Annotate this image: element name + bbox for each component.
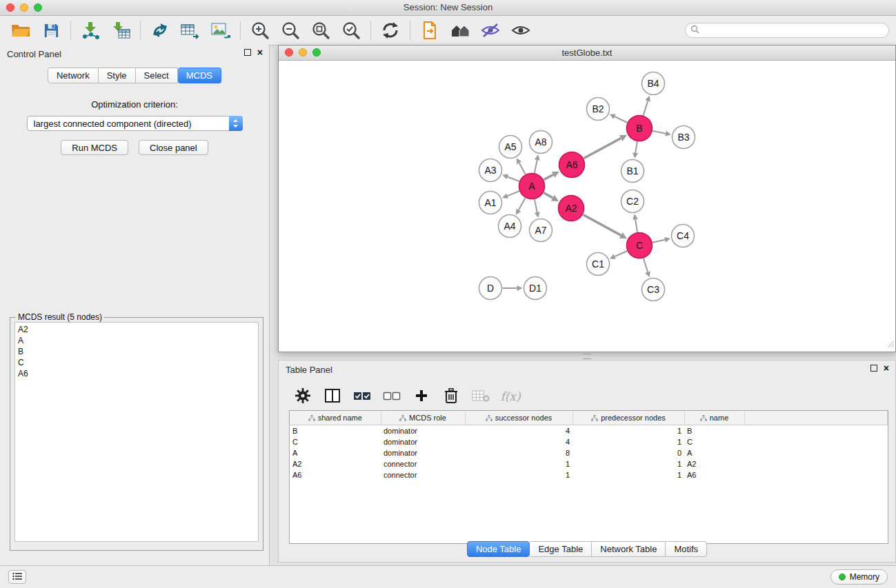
- graph-edge-A-A4[interactable]: [519, 198, 526, 210]
- table-row[interactable]: A6connector11A6: [290, 469, 888, 480]
- table-cell[interactable]: 1: [465, 469, 573, 480]
- save-session-button[interactable]: [36, 18, 66, 43]
- graph-edge-B-B4[interactable]: [644, 101, 648, 115]
- tab-motifs[interactable]: Motifs: [666, 541, 707, 557]
- tab-edge-table[interactable]: Edge Table: [530, 541, 592, 557]
- zoom-selected-button[interactable]: [336, 18, 366, 43]
- splitter-handle[interactable]: [583, 354, 591, 359]
- graph-node-A5[interactable]: A5: [499, 136, 522, 159]
- graph-node-B4[interactable]: B4: [642, 72, 665, 95]
- graph-edge-A-A6[interactable]: [544, 174, 553, 179]
- table-cell[interactable]: dominator: [381, 436, 465, 447]
- search-box[interactable]: [685, 23, 889, 38]
- mcds-result-item[interactable]: A2: [15, 324, 258, 335]
- float-panel-icon[interactable]: [244, 49, 251, 56]
- table-settings-button[interactable]: [292, 386, 313, 407]
- mcds-result-item[interactable]: A: [15, 335, 258, 346]
- resize-grip-icon[interactable]: [887, 338, 895, 351]
- delete-table-button[interactable]: [470, 386, 491, 407]
- mcds-result-list[interactable]: A2ABCA6: [14, 322, 259, 542]
- search-input[interactable]: [702, 25, 888, 36]
- table-cell[interactable]: connector: [381, 469, 465, 480]
- home-button[interactable]: [445, 18, 475, 43]
- table-cell[interactable]: A2: [290, 458, 381, 469]
- graph-node-B2[interactable]: B2: [587, 98, 610, 121]
- graph-edge-A-A7[interactable]: [535, 199, 537, 212]
- graph-edge-A-A8[interactable]: [535, 160, 537, 173]
- import-network-button[interactable]: [75, 18, 106, 43]
- report-button[interactable]: [415, 18, 445, 43]
- table-cell[interactable]: 1: [573, 458, 684, 469]
- refresh-button[interactable]: [375, 18, 406, 43]
- table-cell[interactable]: B: [290, 425, 381, 437]
- export-image-button[interactable]: [206, 18, 236, 43]
- graph-node-D1[interactable]: D1: [524, 277, 547, 300]
- network-window-titlebar[interactable]: testGlobe.txt: [279, 45, 895, 61]
- table-cell[interactable]: 0: [573, 447, 684, 458]
- zoom-in-button[interactable]: [245, 18, 275, 43]
- table-cell[interactable]: A: [290, 447, 381, 458]
- table-cell[interactable]: dominator: [381, 447, 465, 458]
- graph-edge-C-C3[interactable]: [644, 258, 648, 272]
- graph-edge-B-B3[interactable]: [653, 131, 666, 134]
- table-row[interactable]: Cdominator41C: [290, 436, 888, 447]
- graph-edge-C-C2[interactable]: [635, 219, 637, 232]
- graph-edge-A-A5[interactable]: [519, 163, 526, 174]
- graph-node-C1[interactable]: C1: [587, 253, 610, 276]
- tab-node-table[interactable]: Node Table: [467, 541, 530, 557]
- table-cell[interactable]: 1: [573, 425, 684, 437]
- minimize-window-button[interactable]: [20, 3, 28, 12]
- close-panel-icon[interactable]: ×: [257, 49, 263, 56]
- table-cell[interactable]: A6: [684, 469, 744, 480]
- tab-style[interactable]: Style: [99, 68, 136, 83]
- float-panel-icon[interactable]: [870, 365, 877, 372]
- table-row[interactable]: Bdominator41B: [290, 425, 888, 437]
- graph-edge-A-A3[interactable]: [508, 176, 519, 181]
- graph-node-C3[interactable]: C3: [642, 278, 665, 301]
- memory-button[interactable]: Memory: [830, 569, 888, 585]
- table-cell[interactable]: dominator: [381, 425, 465, 437]
- table-cell[interactable]: A6: [290, 469, 381, 480]
- mcds-result-item[interactable]: C: [15, 357, 258, 368]
- graph-edge-A-A2[interactable]: [544, 193, 552, 199]
- tab-select[interactable]: Select: [136, 68, 178, 83]
- add-column-button[interactable]: [411, 386, 432, 407]
- graph-node-A[interactable]: A: [519, 174, 545, 199]
- graph-node-B[interactable]: B: [627, 116, 653, 141]
- hide-details-button[interactable]: [475, 18, 506, 43]
- close-panel-button[interactable]: Close panel: [139, 140, 208, 155]
- table-cell[interactable]: B: [684, 425, 744, 437]
- export-table-button[interactable]: [175, 18, 206, 43]
- table-cell[interactable]: 8: [465, 447, 573, 458]
- graph-node-C[interactable]: C: [627, 233, 653, 258]
- table-cell[interactable]: 1: [573, 436, 684, 447]
- graph-edge-A6-B[interactable]: [584, 139, 621, 159]
- graph-node-B1[interactable]: B1: [621, 160, 644, 183]
- graph-edge-B-B1[interactable]: [635, 141, 637, 153]
- graph-edge-A-A1[interactable]: [508, 191, 519, 196]
- mcds-result-item[interactable]: B: [15, 346, 258, 357]
- graph-node-C2[interactable]: C2: [621, 190, 644, 213]
- criterion-dropdown[interactable]: largest connected component (directed): [27, 116, 243, 131]
- table-cell[interactable]: 1: [573, 469, 684, 480]
- graph-node-A3[interactable]: A3: [479, 159, 502, 182]
- task-history-button[interactable]: [8, 570, 26, 584]
- show-details-button[interactable]: [506, 18, 536, 43]
- graph-node-D[interactable]: D: [479, 277, 502, 300]
- network-zoom-button[interactable]: [312, 48, 321, 57]
- close-panel-icon[interactable]: ×: [884, 365, 889, 372]
- column-header-shared-name[interactable]: shared name: [290, 411, 381, 425]
- network-close-button[interactable]: [285, 48, 293, 57]
- table-cell[interactable]: connector: [381, 458, 465, 469]
- graph-edge-A2-C[interactable]: [583, 214, 621, 235]
- column-header-successor-nodes[interactable]: successor nodes: [465, 411, 573, 425]
- graph-edge-C-C4[interactable]: [653, 240, 665, 243]
- network-minimize-button[interactable]: [299, 48, 307, 57]
- zoom-fit-button[interactable]: [306, 18, 336, 43]
- import-table-button[interactable]: [106, 18, 136, 43]
- table-cell[interactable]: C: [684, 436, 744, 447]
- tab-network[interactable]: Network: [48, 68, 99, 83]
- dropdown-stepper[interactable]: [229, 116, 243, 131]
- tab-network-table[interactable]: Network Table: [592, 541, 666, 557]
- graph-node-A8[interactable]: A8: [530, 131, 552, 154]
